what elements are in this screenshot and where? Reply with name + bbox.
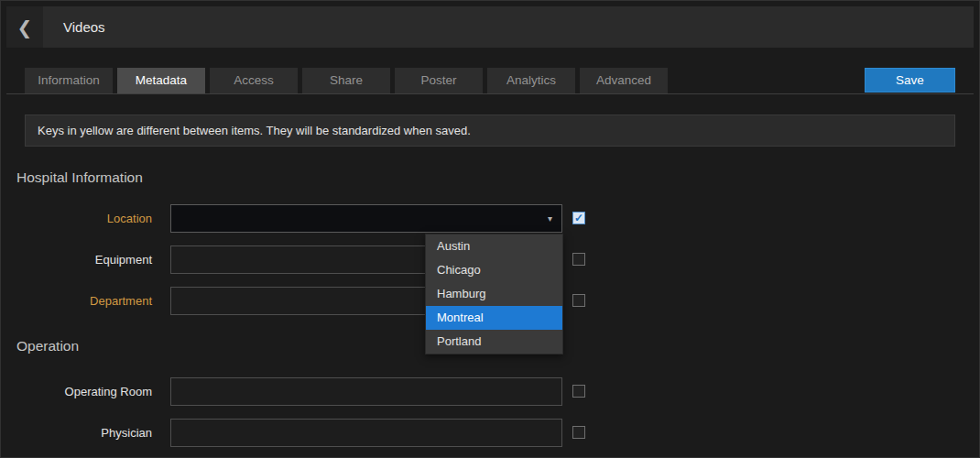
save-button[interactable]: Save [865,68,955,93]
tab-analytics[interactable]: Analytics [487,68,575,93]
chevron-left-icon: ❮ [17,16,33,38]
location-label: Location [0,212,152,225]
location-dropdown-menu: Austin Chicago Hamburg Montreal Portland [425,234,563,354]
operation-form: Operating Room Physician [0,376,980,447]
field-row-location: Location ▾ ✓ Austin Chicago Hamburg Mont… [0,203,980,233]
tab-advanced[interactable]: Advanced [580,68,668,93]
physician-checkbox[interactable] [572,426,585,439]
page-title: Videos [63,19,105,35]
back-button[interactable]: ❮ [6,6,43,48]
equipment-checkbox[interactable] [572,253,585,266]
hospital-information-form: Location ▾ ✓ Austin Chicago Hamburg Mont… [0,203,980,315]
section-title-hospital-information: Hospital Information [16,169,980,186]
caret-down-icon: ▾ [548,213,552,224]
notice-banner: Keys in yellow are different between ite… [25,114,955,147]
check-icon: ✓ [574,212,583,224]
dropdown-option-montreal[interactable]: Montreal [426,306,562,330]
tab-access[interactable]: Access [210,68,298,93]
physician-label: Physician [0,426,152,440]
operating-room-input[interactable] [170,377,562,406]
operating-room-checkbox[interactable] [572,385,585,398]
header: ❮ Videos [6,6,974,48]
dropdown-option-chicago[interactable]: Chicago [426,258,562,282]
tab-poster[interactable]: Poster [395,68,483,93]
physician-input[interactable] [170,419,562,447]
dropdown-option-portland[interactable]: Portland [426,330,562,354]
field-row-physician: Physician [0,418,980,447]
department-label: Department [0,294,152,308]
dropdown-option-austin[interactable]: Austin [426,234,562,258]
tab-metadata[interactable]: Metadata [117,68,205,93]
operating-room-label: Operating Room [0,385,152,398]
department-checkbox[interactable] [572,294,585,307]
dropdown-option-hamburg[interactable]: Hamburg [426,282,562,306]
tab-information[interactable]: Information [25,68,113,93]
tab-share[interactable]: Share [302,68,390,93]
equipment-label: Equipment [0,253,152,267]
tab-bar: Information Metadata Access Share Poster… [6,68,974,94]
location-checkbox[interactable]: ✓ [572,212,585,224]
location-select[interactable]: ▾ [170,204,562,233]
field-row-operating-room: Operating Room [0,376,980,406]
